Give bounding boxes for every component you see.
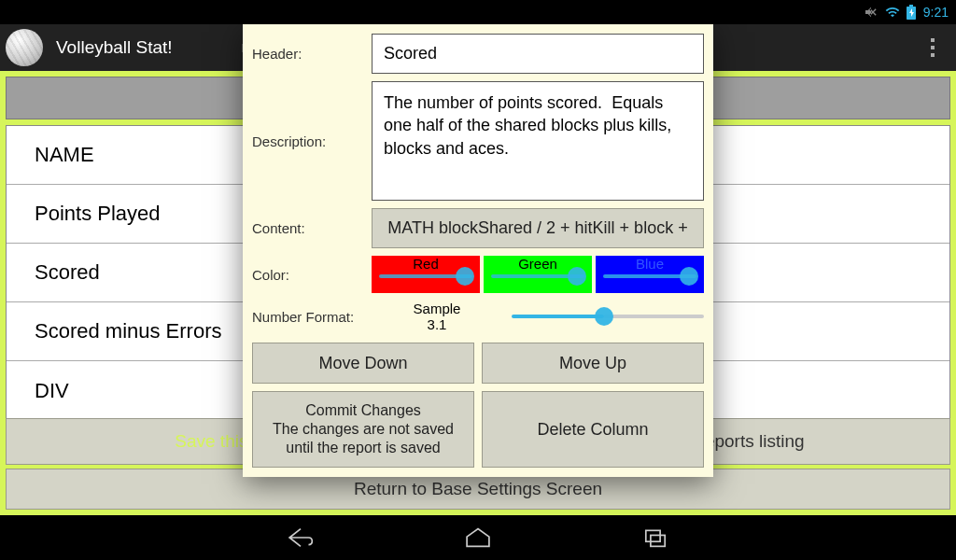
- color-green-slider[interactable]: Green: [484, 256, 592, 293]
- header-input[interactable]: [372, 34, 704, 74]
- delete-column-button[interactable]: Delete Column: [482, 391, 704, 468]
- back-button[interactable]: [273, 519, 329, 556]
- volleyball-icon: [6, 29, 43, 66]
- status-clock: 9:21: [923, 5, 949, 20]
- home-button[interactable]: [450, 519, 506, 556]
- color-label: Color:: [252, 267, 362, 283]
- description-label: Description:: [252, 133, 362, 149]
- status-bar: 9:21: [0, 0, 956, 24]
- number-format-sample: Sample 3.1: [372, 301, 502, 333]
- commit-changes-button[interactable]: Commit Changes The changes are not saved…: [252, 391, 474, 468]
- number-format-slider[interactable]: [512, 303, 704, 329]
- color-red-slider[interactable]: Red: [372, 256, 480, 293]
- overflow-menu-icon[interactable]: [919, 24, 947, 71]
- recent-apps-button[interactable]: [627, 519, 683, 556]
- color-blue-slider[interactable]: Blue: [596, 256, 704, 293]
- content-formula-button[interactable]: MATH blockShared / 2 + hitKill + block +: [372, 208, 704, 248]
- description-input[interactable]: The number of points scored. Equals one …: [372, 81, 704, 201]
- mute-icon: [864, 5, 879, 20]
- app-title: Volleyball Stat!: [56, 37, 173, 58]
- move-down-button[interactable]: Move Down: [252, 343, 474, 385]
- header-label: Header:: [252, 46, 362, 62]
- wifi-icon: [884, 5, 901, 20]
- number-format-label: Number Format:: [252, 309, 362, 325]
- battery-icon: [907, 5, 916, 20]
- column-editor-dialog: Header: Description: The number of point…: [243, 24, 713, 477]
- move-up-button[interactable]: Move Up: [482, 343, 704, 385]
- content-label: Content:: [252, 220, 362, 236]
- system-nav-bar: [0, 515, 956, 560]
